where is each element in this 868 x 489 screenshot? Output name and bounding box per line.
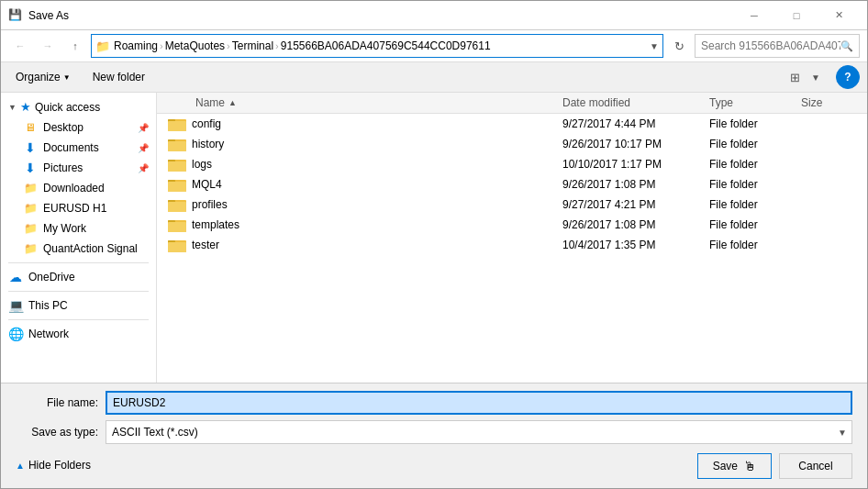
pin-icon: 📌	[138, 123, 149, 133]
table-row[interactable]: tester 10/4/2017 1:35 PM File folder	[157, 235, 867, 255]
file-date: 10/4/2017 1:35 PM	[555, 239, 702, 251]
bottom-bar: File name: Save as type: ASCII Text (*.c…	[1, 383, 867, 488]
back-button[interactable]: ←	[8, 34, 32, 58]
window-icon: 💾	[8, 8, 23, 23]
folder-icon	[168, 137, 186, 151]
sidebar-item-onedrive[interactable]: ☁ OneDrive	[1, 267, 156, 287]
filename-input[interactable]	[106, 391, 852, 415]
desktop-folder-icon: 🖥	[23, 120, 38, 135]
sidebar-divider-2	[8, 291, 149, 292]
folder-icon	[168, 238, 186, 252]
search-input[interactable]	[701, 39, 840, 52]
organize-arrow-icon: ▼	[63, 73, 71, 82]
sidebar-item-quantaction[interactable]: 📁 QuantAction Signal	[1, 239, 156, 259]
forward-button[interactable]: →	[36, 34, 60, 58]
save-button[interactable]: Save 🖱	[697, 453, 772, 479]
sidebar-item-desktop[interactable]: 🖥 Desktop 📌	[1, 117, 156, 138]
file-date: 10/10/2017 1:17 PM	[555, 158, 702, 171]
organize-label: Organize	[16, 71, 61, 83]
save-cursor-icon: 🖱	[743, 459, 756, 473]
hide-folders-label: Hide Folders	[28, 459, 91, 472]
column-header-type[interactable]: Type	[702, 96, 794, 109]
save-label: Save	[713, 460, 738, 472]
svg-rect-14	[168, 202, 186, 212]
table-row[interactable]: templates 9/26/2017 1:08 PM File folder	[157, 215, 867, 235]
view-button[interactable]: ⊞	[783, 65, 807, 89]
file-date: 9/27/2017 4:44 PM	[555, 117, 702, 130]
address-bar[interactable]: 📁 Roaming › MetaQuotes › Terminal › 9155…	[91, 34, 663, 58]
sidebar-item-eurusd-label: EURUSD H1	[43, 202, 106, 215]
address-parts: Roaming › MetaQuotes › Terminal › 915566…	[114, 39, 491, 52]
sidebar-item-thispc[interactable]: 💻 This PC	[1, 295, 156, 316]
eurusd-folder-icon: 📁	[23, 201, 38, 216]
sidebar-item-pictures[interactable]: ⬇ Pictures 📌	[1, 158, 156, 178]
column-header-date[interactable]: Date modified	[555, 96, 702, 109]
file-date: 9/26/2017 10:17 PM	[555, 138, 702, 150]
sidebar-item-downloaded[interactable]: 📁 Downloaded	[1, 178, 156, 198]
address-part-guid: 915566BA06ADA407569C544CC0D97611	[281, 39, 491, 52]
file-type: File folder	[702, 178, 794, 191]
file-date: 9/27/2017 4:21 PM	[555, 198, 702, 211]
refresh-button[interactable]: ↻	[667, 34, 691, 58]
file-rows-container: config 9/27/2017 4:44 PM File folder his…	[157, 114, 867, 255]
folder-icon	[168, 197, 186, 212]
quick-access-header[interactable]: ▼ ★ Quick access	[1, 96, 156, 117]
sidebar: ▼ ★ Quick access 🖥 Desktop 📌 ⬇ Documents…	[1, 93, 157, 383]
onedrive-icon: ☁	[8, 270, 23, 284]
quick-access-section: ▼ ★ Quick access 🖥 Desktop 📌 ⬇ Documents…	[1, 96, 156, 259]
sidebar-item-mywork[interactable]: 📁 My Work	[1, 218, 156, 239]
address-part-roaming: Roaming	[114, 39, 158, 52]
file-date: 9/26/2017 1:08 PM	[555, 218, 702, 231]
table-row[interactable]: profiles 9/27/2017 4:21 PM File folder	[157, 194, 867, 215]
window-title: Save As	[28, 9, 733, 22]
up-button[interactable]: ↑	[63, 34, 87, 58]
close-button[interactable]: ✕	[818, 1, 860, 30]
organize-button[interactable]: Organize ▼	[8, 66, 78, 88]
table-row[interactable]: config 9/27/2017 4:44 PM File folder	[157, 114, 867, 134]
folder-icon	[168, 157, 186, 172]
hide-folders-button[interactable]: ▲ Hide Folders	[16, 457, 91, 473]
quick-access-star-icon: ★	[20, 100, 31, 114]
file-name: logs	[192, 158, 212, 171]
filetype-select[interactable]: ASCII Text (*.csv)	[106, 420, 852, 444]
svg-rect-2	[168, 121, 186, 131]
sidebar-item-network[interactable]: 🌐 Network	[1, 324, 156, 344]
file-name: templates	[192, 218, 239, 231]
sidebar-item-documents[interactable]: ⬇ Documents 📌	[1, 138, 156, 158]
file-name: MQL4	[192, 178, 222, 191]
address-dropdown-icon[interactable]: ▼	[650, 41, 659, 51]
address-part-metaquotes: MetaQuotes	[165, 39, 225, 52]
network-icon: 🌐	[8, 327, 23, 341]
sidebar-item-onedrive-label: OneDrive	[28, 271, 75, 283]
file-list: Name ▲ Date modified Type Size	[157, 93, 867, 383]
sidebar-item-mywork-label: My Work	[43, 222, 86, 235]
maximize-button[interactable]: □	[775, 1, 818, 30]
bottom-footer-row: ▲ Hide Folders Save 🖱 Cancel	[16, 450, 852, 481]
file-type: File folder	[702, 117, 794, 130]
column-header-size[interactable]: Size	[794, 96, 867, 109]
help-button[interactable]: ?	[836, 65, 860, 89]
folder-icon: 📁	[95, 39, 110, 53]
table-row[interactable]: history 9/26/2017 10:17 PM File folder	[157, 134, 867, 154]
view-dropdown-button[interactable]: ▼	[807, 65, 825, 89]
quick-access-label: Quick access	[35, 101, 100, 114]
new-folder-button[interactable]: New folder	[85, 66, 152, 88]
table-row[interactable]: MQL4 9/26/2017 1:08 PM File folder	[157, 174, 867, 194]
search-box: 🔍	[695, 34, 860, 58]
column-header-name[interactable]: Name ▲	[157, 96, 555, 109]
sort-arrow-icon: ▲	[228, 98, 237, 107]
file-type: File folder	[702, 218, 794, 231]
sidebar-item-eurusd[interactable]: 📁 EURUSD H1	[1, 198, 156, 218]
hide-folders-chevron-icon: ▲	[16, 461, 25, 471]
window-controls: ─ □ ✕	[733, 1, 860, 30]
filename-row: File name:	[16, 391, 852, 415]
file-type: File folder	[702, 158, 794, 171]
table-row[interactable]: logs 10/10/2017 1:17 PM File folder	[157, 154, 867, 174]
cancel-label: Cancel	[798, 460, 832, 472]
filetype-label: Save as type:	[16, 426, 98, 439]
file-type: File folder	[702, 138, 794, 150]
cancel-button[interactable]: Cancel	[779, 453, 852, 479]
filename-label: File name:	[16, 396, 98, 409]
downloaded-folder-icon: 📁	[23, 181, 38, 195]
minimize-button[interactable]: ─	[733, 1, 775, 30]
